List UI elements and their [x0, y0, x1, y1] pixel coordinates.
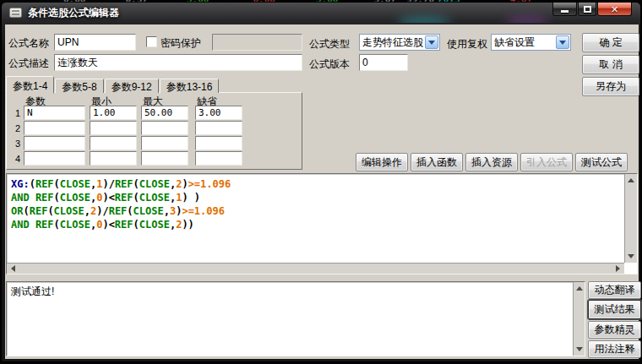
formula-desc-label: 公式描述	[8, 57, 49, 71]
param-row-index: 2	[12, 123, 22, 133]
param-row-index: 1	[12, 108, 22, 118]
code-line: OR(REF(CLOSE,2)/REF(CLOSE,3)>=1.096	[11, 204, 623, 218]
adjust-rights-label: 使用复权	[447, 37, 487, 52]
formula-desc-input[interactable]	[54, 54, 302, 71]
minimize-button[interactable]	[552, 3, 577, 16]
formula-type-label: 公式类型	[309, 37, 350, 52]
title-bar[interactable]: 条件选股公式编辑器	[2, 3, 640, 23]
param-row: 3	[12, 136, 242, 150]
formula-type-value: 走势特征选股	[360, 35, 424, 50]
tab-params-2[interactable]: 参数5-8	[55, 79, 103, 93]
editor-vertical-scrollbar[interactable]	[624, 174, 637, 263]
param-cell[interactable]	[90, 136, 137, 150]
formula-editor-dialog: 条件选股公式编辑器 ✕ 公式名称 密码保护 公式类型 走势特征选股 使用复权 缺…	[1, 2, 641, 362]
window-title: 条件选股公式编辑器	[28, 6, 119, 20]
action-button[interactable]: 编辑操作	[356, 153, 408, 171]
param-rows: 1234	[12, 106, 242, 166]
param-row: 2	[12, 121, 242, 135]
adjust-rights-value: 缺省设置	[492, 35, 555, 50]
param-cell[interactable]	[24, 151, 85, 166]
tab-params-1[interactable]: 参数1-4	[6, 76, 54, 94]
action-buttons: 编辑操作插入函数插入资源引入公式测试公式	[356, 153, 628, 171]
chevron-down-icon[interactable]	[556, 35, 569, 49]
password-protect-label: 密码保护	[160, 36, 201, 51]
param-cell[interactable]	[90, 106, 137, 120]
chevron-down-icon[interactable]	[425, 35, 438, 49]
screen: 0.000.575.000.005.005.0799.7020154.07 条件…	[0, 0, 642, 364]
maximize-button[interactable]	[578, 3, 596, 16]
scroll-up-icon[interactable]	[625, 175, 637, 186]
formula-code-editor[interactable]: XG:(REF(CLOSE,1)/REF(CLOSE,2)>=1.096AND …	[6, 173, 638, 274]
param-tabs: 参数1-4参数5-8参数9-12参数13-16	[6, 75, 220, 93]
app-icon	[9, 8, 22, 18]
param-cell[interactable]	[90, 121, 137, 135]
side-button[interactable]: 动态翻译	[588, 281, 641, 299]
formula-name-input[interactable]	[54, 34, 136, 51]
param-row: 1	[12, 106, 242, 120]
code-line: XG:(REF(CLOSE,1)/REF(CLOSE,2)>=1.096	[11, 177, 623, 191]
editor-horizontal-scrollbar[interactable]	[7, 263, 624, 274]
test-result-text: 测试通过!	[11, 285, 54, 299]
param-pane: 参数最小最大缺省 1234	[6, 92, 302, 170]
adjust-rights-select[interactable]: 缺省设置	[491, 34, 571, 51]
param-cell[interactable]	[141, 121, 188, 135]
tab-params-4[interactable]: 参数13-16	[160, 79, 220, 93]
formula-name-label: 公式名称	[8, 36, 49, 51]
param-cell[interactable]	[195, 121, 242, 135]
code-line: AND REF(CLOSE,0)<REF(CLOSE,2))	[11, 218, 623, 231]
glass-reflection	[397, 16, 451, 23]
result-vertical-scrollbar[interactable]	[573, 282, 585, 356]
param-cell[interactable]	[24, 136, 85, 150]
close-button[interactable]: ✕	[597, 3, 632, 16]
glass-reflection	[505, 16, 549, 23]
close-icon: ✕	[611, 3, 618, 15]
formula-version-input[interactable]	[359, 54, 408, 71]
formula-version-label: 公式版本	[309, 57, 350, 72]
param-row-index: 4	[12, 154, 22, 164]
cancel-button[interactable]: 取 消	[582, 55, 639, 74]
dialog-body: 公式名称 密码保护 公式类型 走势特征选股 使用复权 缺省设置 确 定 公式描述…	[5, 24, 639, 359]
ok-button[interactable]: 确 定	[582, 33, 639, 52]
action-button[interactable]: 插入资源	[465, 153, 518, 171]
param-cell[interactable]	[195, 106, 242, 120]
save-as-button[interactable]: 另存为	[582, 77, 639, 96]
side-button[interactable]: 用法注释	[588, 340, 641, 358]
maximize-icon	[584, 6, 591, 13]
side-button[interactable]: 测试结果	[588, 300, 641, 319]
action-button[interactable]: 测试公式	[575, 153, 628, 171]
scroll-left-icon[interactable]	[8, 263, 19, 274]
param-cell[interactable]	[195, 136, 242, 150]
param-cell[interactable]	[90, 151, 137, 166]
scroll-down-icon[interactable]	[574, 344, 585, 355]
side-button[interactable]: 参数精灵	[588, 321, 641, 339]
param-cell[interactable]	[24, 121, 85, 135]
scroll-right-icon[interactable]	[612, 263, 623, 274]
minimize-icon	[561, 10, 569, 13]
test-result-area[interactable]: 测试通过!	[6, 281, 585, 356]
param-row: 4	[12, 151, 242, 166]
tab-params-3[interactable]: 参数9-12	[105, 79, 159, 93]
action-button: 引入公式	[520, 153, 573, 171]
password-input	[212, 34, 302, 51]
formula-type-select[interactable]: 走势特征选股	[359, 34, 440, 51]
scroll-down-icon[interactable]	[625, 251, 637, 262]
code-lines[interactable]: XG:(REF(CLOSE,1)/REF(CLOSE,2)>=1.096AND …	[7, 174, 623, 262]
param-cell[interactable]	[141, 136, 188, 150]
action-button[interactable]: 插入函数	[411, 153, 463, 171]
param-cell[interactable]	[141, 106, 188, 120]
param-cell[interactable]	[24, 106, 85, 120]
param-cell[interactable]	[195, 151, 242, 166]
param-row-index: 3	[12, 139, 22, 149]
scroll-up-icon[interactable]	[574, 283, 585, 294]
password-protect-checkbox[interactable]	[146, 36, 157, 47]
param-cell[interactable]	[141, 151, 188, 166]
code-line: AND REF(CLOSE,0)<REF(CLOSE,1) )	[11, 191, 623, 204]
caption-buttons: ✕	[552, 3, 632, 16]
